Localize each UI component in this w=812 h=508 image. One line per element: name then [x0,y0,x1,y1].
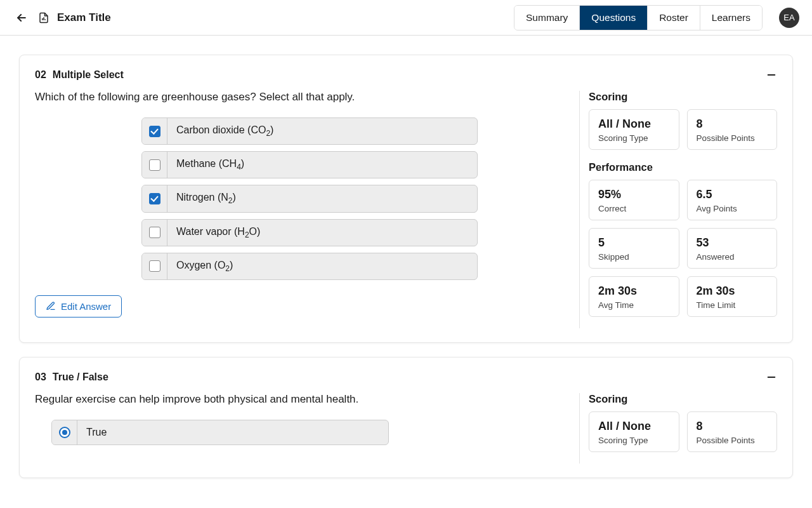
stat-box: All / NoneScoring Type [589,109,679,150]
question-prompt: Regular exercise can help improve both p… [35,393,579,406]
checkbox-icon [149,159,160,171]
option-row[interactable]: Oxygen (O2) [141,253,478,280]
tab-learners[interactable]: Learners [700,6,762,30]
question-header: 03True / False [20,358,792,393]
question-card: 02Multiple SelectWhich of the following … [19,55,793,343]
tab-summary[interactable]: Summary [514,6,580,30]
stat-box: All / NoneScoring Type [589,411,679,452]
stat-label: Possible Points [697,133,768,143]
page-title: Exam Title [57,11,111,24]
tab-roster[interactable]: Roster [648,6,700,30]
pencil-icon [46,301,56,311]
question-main: Regular exercise can help improve both p… [35,393,579,464]
stat-label: Answered [697,252,768,262]
stat-value: 8 [697,420,768,433]
edit-answer-label: Edit Answer [61,301,111,312]
tab-questions[interactable]: Questions [580,6,648,30]
stat-value: All / None [598,420,670,433]
stat-label: Correct [598,204,670,213]
content-area: 02Multiple SelectWhich of the following … [0,36,812,508]
question-type: True / False [53,371,108,383]
checkbox-icon [149,126,160,137]
option-row[interactable]: Carbon dioxide (CO2) [141,117,478,145]
stat-box: 8Possible Points [687,411,778,452]
minus-icon [766,69,777,81]
question-prompt: Which of the following are greenhouse ga… [35,91,579,104]
stat-value: 2m 30s [697,284,768,298]
performance-title: Performance [589,161,777,173]
nav-tabs: Summary Questions Roster Learners [514,5,763,30]
scoring-title: Scoring [589,91,777,103]
option-checkbox-wrap[interactable] [142,185,167,211]
option-checkbox-wrap[interactable] [142,118,167,144]
question-number: 02 [35,69,46,81]
stat-value: 5 [598,236,670,250]
performance-grid: 95%Correct6.5Avg Points5Skipped53Answere… [589,180,777,317]
checkbox-icon [149,193,160,204]
options-list: True [51,420,389,445]
question-main: Which of the following are greenhouse ga… [35,91,579,328]
stat-box: 5Skipped [589,228,679,269]
option-label: Carbon dioxide (CO2) [167,118,477,144]
document-icon [38,11,49,24]
option-label: Water vapor (H2O) [167,220,477,246]
checkbox-icon [149,227,160,238]
collapse-button[interactable] [766,69,777,81]
stat-value: 95% [598,188,670,201]
question-type: Multiple Select [53,69,124,81]
stat-value: 8 [697,117,768,131]
stat-box: 95%Correct [589,180,679,220]
option-checkbox-wrap[interactable] [142,253,167,279]
option-checkbox-wrap[interactable] [142,220,167,246]
option-row[interactable]: Water vapor (H2O) [141,219,478,246]
collapse-button[interactable] [766,371,777,383]
stat-value: 6.5 [697,188,768,201]
question-stats-panel: ScoringAll / NoneScoring Type8Possible P… [579,393,777,464]
option-row[interactable]: Nitrogen (N2) [141,185,478,212]
radio-icon [59,427,70,438]
option-label: Oxygen (O2) [167,253,477,279]
option-row[interactable]: True [51,420,389,445]
stat-box: 2m 30sAvg Time [589,276,679,317]
stat-value: 2m 30s [598,284,670,298]
stat-label: Possible Points [697,436,768,445]
stat-box: 53Answered [687,228,778,269]
options-list: Carbon dioxide (CO2)Methane (CH4)Nitroge… [141,117,478,280]
stat-box: 6.5Avg Points [687,180,778,220]
scoring-grid: All / NoneScoring Type8Possible Points [589,411,777,452]
question-body: Which of the following are greenhouse ga… [20,91,792,342]
option-label: Methane (CH4) [167,152,477,178]
question-card: 03True / FalseRegular exercise can help … [19,357,793,478]
option-radio-wrap[interactable] [52,420,77,444]
stat-label: Time Limit [697,300,768,310]
edit-answer-button[interactable]: Edit Answer [35,295,122,318]
back-button[interactable] [13,9,30,27]
scoring-grid: All / NoneScoring Type8Possible Points [589,109,777,150]
question-stats-panel: ScoringAll / NoneScoring Type8Possible P… [579,91,777,328]
stat-label: Avg Time [598,300,670,310]
scoring-title: Scoring [589,393,777,405]
stat-label: Avg Points [697,204,768,213]
stat-box: 2m 30sTime Limit [687,276,778,317]
user-avatar[interactable]: EA [779,8,799,28]
question-body: Regular exercise can help improve both p… [20,393,792,478]
stat-label: Scoring Type [598,436,670,445]
checkbox-icon [149,260,160,272]
arrow-left-icon [15,11,28,24]
stat-box: 8Possible Points [687,109,778,150]
question-number: 03 [35,371,46,383]
option-label: True [77,420,388,444]
option-label: Nitrogen (N2) [167,185,477,211]
stat-label: Scoring Type [598,133,670,143]
stat-value: All / None [598,117,670,131]
stat-label: Skipped [598,252,670,262]
minus-icon [766,371,777,383]
question-header: 02Multiple Select [20,55,792,91]
option-checkbox-wrap[interactable] [142,152,167,178]
top-bar: Exam Title Summary Questions Roster Lear… [0,0,812,36]
stat-value: 53 [697,236,768,250]
option-row[interactable]: Methane (CH4) [141,151,478,178]
